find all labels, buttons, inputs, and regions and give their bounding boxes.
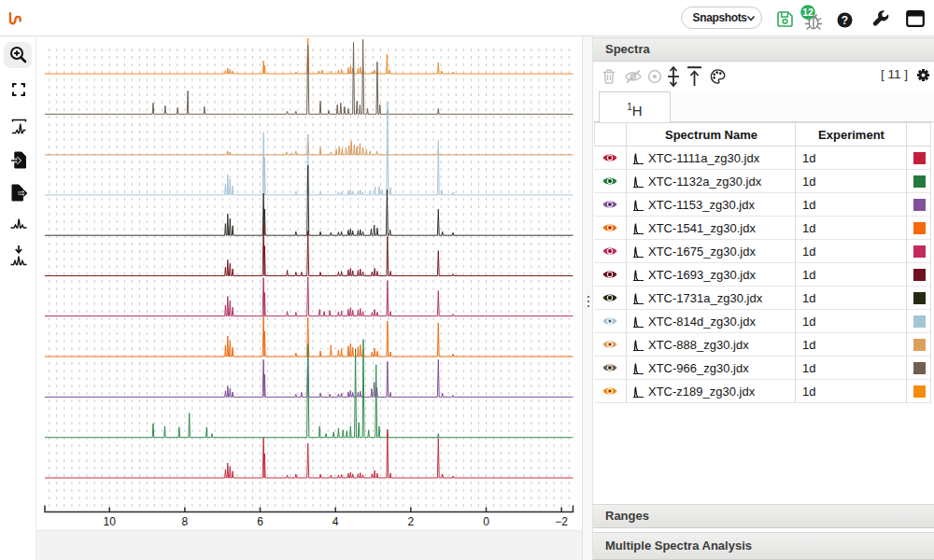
svg-text:2: 2	[407, 515, 414, 528]
svg-text:4: 4	[333, 515, 339, 528]
svg-text:−2: −2	[555, 515, 568, 528]
svg-text:12: 12	[802, 7, 814, 18]
svg-text:8: 8	[182, 515, 189, 528]
svg-text:10: 10	[104, 515, 117, 528]
svg-text:?: ?	[842, 14, 848, 27]
svg-text:0: 0	[483, 515, 489, 528]
svg-text:6: 6	[257, 515, 263, 528]
